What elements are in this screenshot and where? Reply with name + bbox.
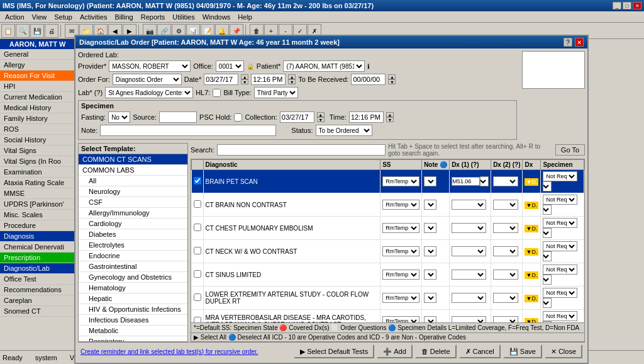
template-common-ct-scans[interactable]: COMMON CT SCANS <box>79 154 187 165</box>
template-hiv[interactable]: HIV & Opportunistic Infections <box>79 304 187 315</box>
close-window-button[interactable]: ✕ <box>633 2 641 9</box>
sidebar-item-prescription[interactable]: Prescription <box>0 253 75 263</box>
note-select[interactable] <box>424 270 436 280</box>
dx2-select[interactable] <box>493 293 518 303</box>
note-select[interactable] <box>424 293 436 303</box>
collection-time-spinner[interactable]: ▲▼ <box>386 112 394 122</box>
collection-date-input[interactable] <box>280 111 314 123</box>
sidebar-item-allergy[interactable]: Allergy <box>0 60 75 71</box>
modal-close-button[interactable]: ✕ <box>575 38 584 47</box>
dx-badge[interactable]: ▼D. <box>525 318 538 324</box>
sidebar-item-careplan[interactable]: Careplan <box>0 295 75 306</box>
search-input[interactable] <box>217 144 386 156</box>
dx1-select[interactable] <box>452 223 486 233</box>
specimen-select[interactable]: Not Req <box>543 311 577 321</box>
template-electrolytes[interactable]: Electrolytes <box>79 240 187 251</box>
ss-select[interactable]: RmTemp <box>382 246 419 256</box>
row-checkbox[interactable] <box>194 293 201 301</box>
sidebar-item-diagnostic[interactable]: Diagnostic/Lab <box>0 263 75 274</box>
menu-windows[interactable]: Windows <box>199 11 235 22</box>
template-metabolic[interactable]: Metabolic <box>79 326 187 336</box>
dx2-select[interactable] <box>493 223 518 233</box>
note-select[interactable] <box>424 246 436 256</box>
sidebar-item-misc-scales[interactable]: Misc. Scales <box>0 210 75 220</box>
dx-badge[interactable]: ▼D. <box>525 202 538 209</box>
template-allergy[interactable]: Allergy/Immunology <box>79 208 187 219</box>
template-hematology[interactable]: Hematology <box>79 283 187 293</box>
dx-badge[interactable]: ▼D. <box>525 225 538 232</box>
fasting-select[interactable]: No <box>108 111 130 123</box>
menu-action[interactable]: Action <box>1 11 28 22</box>
template-neurology[interactable]: Neurology <box>79 186 187 197</box>
sidebar-item-chemical[interactable]: Chemical Denervati <box>0 242 75 253</box>
date-input[interactable]: 03/27/17 <box>204 74 238 85</box>
dx2-select[interactable] <box>493 270 518 280</box>
template-common-labs[interactable]: COMMON LABS <box>79 165 187 176</box>
sidebar-item-hpi[interactable]: HPI <box>0 81 75 92</box>
menu-billing[interactable]: Billing <box>111 11 136 22</box>
specimen-arrow[interactable] <box>543 275 552 285</box>
note-select[interactable] <box>424 316 436 323</box>
template-infectious[interactable]: Infectious Diseases <box>79 315 187 326</box>
dx1-select[interactable] <box>452 316 486 323</box>
dx2-select[interactable] <box>493 176 518 186</box>
modal-help-button[interactable]: ? <box>564 38 572 47</box>
template-csf[interactable]: CSF <box>79 197 187 208</box>
sidebar-item-general[interactable]: General <box>0 49 75 60</box>
ss-select[interactable]: RmTemp <box>382 270 419 280</box>
menu-view[interactable]: View <box>28 11 51 22</box>
ss-select[interactable]: RmTemp <box>382 316 419 323</box>
provider-select[interactable]: MASSON, ROBERT <box>109 60 191 72</box>
row-checkbox[interactable] <box>194 224 201 231</box>
dx-badge[interactable]: ▼D. <box>525 248 538 256</box>
specimen-arrow[interactable] <box>543 251 552 261</box>
patient-select[interactable]: (7) AARON, MATT (9851) <box>283 60 365 72</box>
sidebar-item-examination[interactable]: Examination <box>0 167 75 178</box>
sidebar-item-vital-signs-room[interactable]: Vital Signs (In Roo <box>0 156 75 167</box>
specimen-arrow[interactable] <box>543 228 552 238</box>
menu-activities[interactable]: Activities <box>76 11 111 22</box>
row-checkbox[interactable] <box>194 317 201 323</box>
specimen-arrow[interactable] <box>543 205 552 215</box>
specimen-select[interactable]: Not Req <box>543 195 577 205</box>
ss-select[interactable]: RmTemp <box>382 200 419 210</box>
dx-badge[interactable]: ▼D. <box>525 178 538 186</box>
dx-badge[interactable]: ▼D. <box>525 271 538 279</box>
note-select[interactable] <box>424 176 436 186</box>
cancel-button[interactable]: ✗ Cancel <box>459 344 501 358</box>
specimen-arrow[interactable] <box>543 181 552 191</box>
minimize-button[interactable]: _ <box>613 2 621 9</box>
note-select[interactable] <box>424 223 436 233</box>
restore-button[interactable]: □ <box>623 2 631 9</box>
specimen-select[interactable]: Not Req <box>543 288 577 298</box>
sidebar-item-medication[interactable]: Current Medication <box>0 92 75 103</box>
psc-hold-checkbox[interactable] <box>234 113 242 122</box>
template-all[interactable]: All <box>79 176 187 186</box>
sidebar-item-procedure[interactable]: Procedure <box>0 220 75 231</box>
template-endocrine[interactable]: Endocrine <box>79 251 187 261</box>
row-checkbox[interactable] <box>194 270 201 278</box>
dx2-select[interactable] <box>493 200 518 210</box>
template-gynecology[interactable]: Gynecology and Obstetrics <box>79 272 187 283</box>
status-select[interactable]: To be Ordered <box>316 125 372 136</box>
collection-time-input[interactable] <box>349 111 384 123</box>
order-for-select[interactable]: Diagnostic Order <box>113 74 182 85</box>
template-cardiology[interactable]: Cardiology <box>79 219 187 229</box>
source-input[interactable] <box>159 111 197 123</box>
sidebar-item-recommendations[interactable]: Recommendations <box>0 285 75 295</box>
sidebar-item-office-test[interactable]: Office Test <box>0 274 75 285</box>
dx1-input[interactable] <box>452 177 480 186</box>
bill-type-select[interactable]: Third Party <box>254 87 298 98</box>
sidebar-item-family-history[interactable]: Family History <box>0 113 75 124</box>
sidebar-item-mmse[interactable]: MMSE <box>0 188 75 199</box>
specimen-select[interactable]: Not Req <box>543 171 577 181</box>
menu-setup[interactable]: Setup <box>50 11 76 22</box>
toolbar-btn-4[interactable]: 🖨 <box>45 24 58 38</box>
sidebar-item-vital-signs[interactable]: Vital Signs <box>0 145 75 156</box>
template-hepatic[interactable]: Hepatic <box>79 293 187 304</box>
time-input[interactable]: 12:16 PM <box>251 74 286 85</box>
collection-date-spinner[interactable]: ▲▼ <box>317 112 325 122</box>
close-button[interactable]: ✕ Close <box>545 344 582 358</box>
menu-help[interactable]: Help <box>234 11 256 22</box>
sidebar-item-medical-history[interactable]: Medical History <box>0 103 75 113</box>
